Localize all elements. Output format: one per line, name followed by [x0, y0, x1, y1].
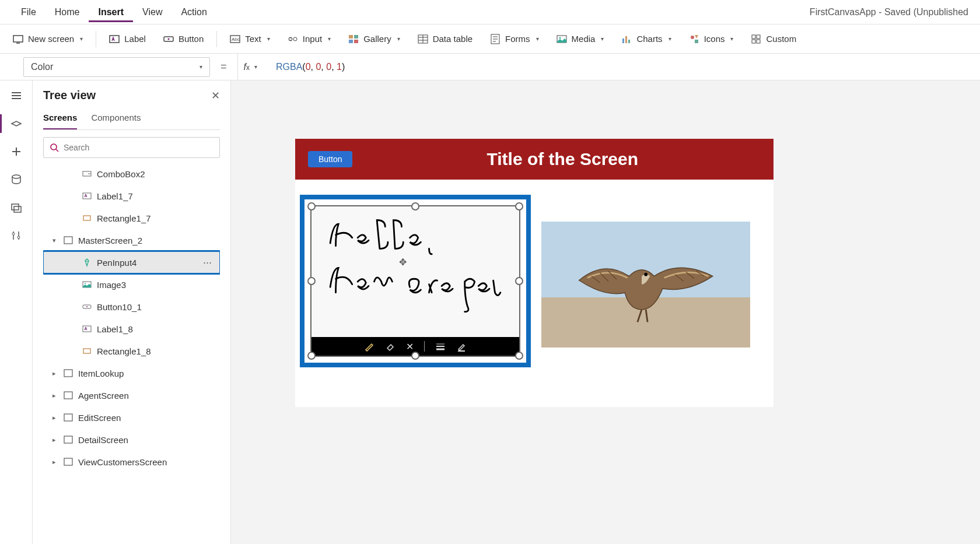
new-screen-label: New screen: [28, 34, 74, 44]
data-icon[interactable]: [9, 173, 23, 187]
resize-handle[interactable]: [411, 202, 419, 210]
svg-text:Abc: Abc: [232, 37, 240, 42]
resize-handle[interactable]: [515, 277, 523, 285]
new-screen-button[interactable]: New screen ▾: [6, 30, 90, 48]
header-button[interactable]: Button: [308, 151, 352, 167]
close-icon[interactable]: ✕: [211, 89, 220, 102]
svg-rect-27: [628, 40, 630, 43]
icons-dropdown[interactable]: Icons ▾: [682, 30, 741, 48]
chevron-down-icon: ▾: [267, 36, 270, 42]
property-selector[interactable]: Color ▾: [23, 57, 210, 77]
pen-clear-icon[interactable]: ✕: [406, 341, 414, 352]
label-icon: [82, 324, 92, 334]
input-dropdown[interactable]: Input ▾: [281, 30, 338, 48]
tree-item-label1_7[interactable]: Label1_7: [43, 185, 220, 207]
svg-rect-30: [752, 35, 755, 38]
tree-item-rectangle1_7[interactable]: Rectangle1_7: [43, 207, 220, 229]
pen-color-icon[interactable]: [456, 341, 467, 352]
formula-input[interactable]: RGBA(0, 0, 0, 1): [270, 61, 345, 72]
media-dropdown[interactable]: Media ▾: [550, 30, 611, 48]
resize-handle[interactable]: [515, 352, 523, 360]
tree-item-image3[interactable]: Image3: [43, 273, 220, 296]
advanced-tools-icon[interactable]: [9, 229, 23, 243]
chevron-down-icon[interactable]: ▾: [50, 237, 58, 244]
insert-icon[interactable]: [9, 145, 23, 159]
tab-components[interactable]: Components: [91, 109, 141, 129]
more-icon[interactable]: ⋯: [203, 257, 218, 268]
svg-point-56: [86, 306, 88, 307]
screen-frame[interactable]: Button Title of the Screen: [295, 139, 774, 407]
chevron-right-icon[interactable]: ▸: [50, 392, 58, 399]
fx-icon[interactable]: fx: [244, 62, 250, 72]
svg-rect-41: [14, 206, 21, 212]
svg-rect-0: [13, 36, 23, 42]
pen-width-icon[interactable]: [435, 341, 446, 352]
resize-handle[interactable]: [411, 352, 419, 360]
menu-tab-action[interactable]: Action: [172, 2, 216, 22]
menu-tab-home[interactable]: Home: [46, 2, 89, 22]
tree-item-itemlookup[interactable]: ▸ItemLookup: [43, 362, 220, 384]
ribbon-separator: [96, 31, 96, 47]
tree-view-title: Tree view: [43, 89, 96, 102]
image-control[interactable]: [541, 222, 750, 348]
pen-draw-icon[interactable]: [364, 341, 374, 352]
svg-point-8: [293, 37, 297, 41]
tree-item-masterscreen_2[interactable]: ▾MasterScreen_2: [43, 229, 220, 251]
data-table-button[interactable]: Data table: [411, 30, 480, 48]
resize-handle[interactable]: [307, 202, 316, 210]
svg-point-45: [18, 236, 20, 238]
text-dropdown[interactable]: Abc Text ▾: [223, 30, 277, 48]
tree-view-icon[interactable]: [9, 117, 23, 131]
tree-item-rectangle1_8[interactable]: Rectangle1_8: [43, 340, 220, 362]
media-label: Media: [572, 34, 596, 44]
chevron-right-icon[interactable]: ▸: [50, 436, 58, 444]
screen-icon: [63, 368, 74, 378]
tree-item-viewcustomersscreen[interactable]: ▸ViewCustomersScreen: [43, 451, 220, 473]
pen-input-canvas[interactable]: ✥ ✕: [310, 205, 520, 357]
ribbon-separator: [216, 31, 217, 47]
custom-dropdown[interactable]: Custom: [744, 30, 803, 48]
menu-tab-file[interactable]: File: [12, 2, 46, 22]
hamburger-icon[interactable]: [9, 89, 23, 103]
button-icon: [82, 301, 92, 312]
tree-item-agentscreen[interactable]: ▸AgentScreen: [43, 384, 220, 406]
chevron-down-icon[interactable]: ▾: [254, 64, 257, 70]
tree-item-detailscreen[interactable]: ▸DetailScreen: [43, 429, 220, 451]
pen-erase-icon[interactable]: [385, 341, 396, 352]
tree-item-label1_8[interactable]: Label1_8: [43, 318, 220, 340]
chevron-down-icon: ▾: [328, 36, 331, 42]
svg-rect-14: [354, 40, 358, 43]
tree-item-button10_1[interactable]: Button10_1: [43, 296, 220, 318]
canvas-area[interactable]: Button Title of the Screen: [231, 80, 980, 544]
chevron-right-icon[interactable]: ▸: [50, 414, 58, 422]
input-label: Input: [303, 34, 322, 44]
charts-dropdown[interactable]: Charts ▾: [614, 30, 678, 48]
forms-dropdown[interactable]: Forms ▾: [483, 30, 546, 48]
chevron-down-icon: ▾: [80, 36, 83, 42]
button-button[interactable]: Button: [156, 30, 211, 48]
menu-tab-view[interactable]: View: [133, 2, 172, 22]
resize-handle[interactable]: [307, 277, 316, 285]
label-icon: [109, 34, 120, 44]
custom-label: Custom: [766, 34, 796, 44]
media-rail-icon[interactable]: [9, 201, 23, 215]
tree-tabs: Screens Components: [43, 109, 220, 130]
chevron-right-icon[interactable]: ▸: [50, 370, 58, 377]
resize-handle[interactable]: [307, 352, 316, 360]
chevron-right-icon[interactable]: ▸: [50, 458, 58, 466]
text-icon: Abc: [230, 34, 240, 44]
tree-item-combobox2[interactable]: ComboBox2: [43, 163, 220, 185]
tree-item-editscreen[interactable]: ▸EditScreen: [43, 406, 220, 429]
label-button[interactable]: Label: [102, 30, 153, 48]
gallery-dropdown[interactable]: Gallery ▾: [341, 30, 407, 48]
pen-input-selected[interactable]: ✥ ✕: [300, 195, 531, 367]
search-box[interactable]: [43, 137, 220, 158]
tree-item-peninput4[interactable]: PenInput4⋯: [43, 251, 220, 273]
chevron-down-icon: ▾: [536, 36, 539, 42]
resize-handle[interactable]: [515, 202, 523, 210]
svg-rect-2: [110, 36, 119, 43]
search-input[interactable]: [64, 143, 214, 152]
chevron-down-icon: ▾: [730, 36, 733, 42]
tab-screens[interactable]: Screens: [43, 109, 77, 129]
menu-tab-insert[interactable]: Insert: [89, 2, 133, 22]
